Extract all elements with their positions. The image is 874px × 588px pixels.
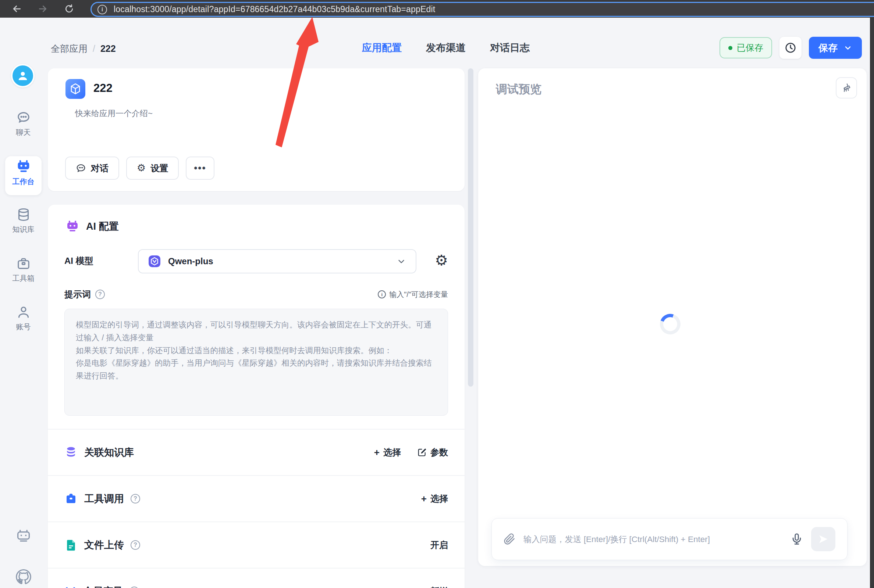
- tab-publish-channel[interactable]: 发布渠道: [426, 41, 466, 54]
- tool-call-icon: [65, 492, 78, 506]
- person-icon: [16, 304, 31, 320]
- app-info-card: 222 快来给应用一个介绍~ 对话 ⚙ 设置 •••: [48, 68, 465, 191]
- breadcrumb-root[interactable]: 全部应用: [51, 43, 87, 55]
- debug-preview-title: 调试预览: [496, 82, 542, 97]
- chat-input-bar[interactable]: 输入问题，发送 [Enter]/换行 [Ctrl(Alt/Shift) + En…: [492, 518, 847, 560]
- debug-preview-panel: 调试预览 输入问题，发送 [Enter]/换行 [Ctrl(Alt/Shift)…: [478, 68, 866, 566]
- help-icon[interactable]: ?: [129, 586, 139, 588]
- tab-chat-logs[interactable]: 对话日志: [490, 41, 530, 54]
- settings-button[interactable]: ⚙ 设置: [126, 156, 179, 180]
- sidebar-item-chat[interactable]: 聊天: [0, 110, 47, 138]
- prompt-variable-hint: i 输入"/"可选择变量: [378, 290, 448, 300]
- chat-button[interactable]: 对话: [65, 156, 119, 180]
- section-title: 文件上传: [84, 538, 124, 552]
- reload-icon: [64, 4, 74, 14]
- qwen-model-icon: [148, 255, 161, 267]
- prompt-hint-text: 输入"/"可选择变量: [389, 290, 448, 300]
- header-actions: 已保存 保存: [719, 37, 862, 59]
- sidebar-item-toolbox[interactable]: 工具箱: [0, 256, 47, 284]
- sidebar-item-label: 聊天: [16, 128, 31, 138]
- ai-config-header: AI 配置: [65, 219, 119, 233]
- ellipsis-icon: •••: [194, 162, 206, 174]
- sidebar-item-label: 账号: [16, 322, 31, 332]
- section-actions: + 选择: [421, 493, 448, 505]
- version-history-button[interactable]: [779, 37, 802, 59]
- breadcrumb-current: 222: [101, 44, 116, 54]
- model-select[interactable]: Qwen-plus: [138, 249, 417, 273]
- gear-icon: ⚙: [137, 163, 146, 173]
- site-info-icon[interactable]: i: [98, 5, 107, 14]
- select-tool-button[interactable]: + 选择: [421, 493, 448, 505]
- app-description[interactable]: 快来给应用一个介绍~: [75, 108, 153, 119]
- tool-call-section: 工具调用 ? + 选择: [48, 476, 465, 522]
- chat-button-label: 对话: [91, 162, 108, 174]
- browser-back-button[interactable]: [9, 2, 24, 16]
- section-title: 工具调用: [84, 492, 124, 506]
- more-actions-button[interactable]: •••: [186, 156, 214, 180]
- model-value: Qwen-plus: [168, 256, 389, 266]
- sidebar-item-workbench[interactable]: 工作台: [0, 159, 47, 187]
- prompt-row: 提示词 ? i 输入"/"可选择变量: [65, 288, 448, 300]
- clear-chat-button[interactable]: [836, 77, 857, 99]
- header-tabs: 应用配置 发布渠道 对话日志: [362, 41, 530, 54]
- section-header: 关联知识库: [65, 446, 134, 459]
- info-icon: i: [378, 290, 386, 298]
- help-icon[interactable]: ?: [131, 540, 140, 550]
- prompt-label-group: 提示词 ?: [65, 288, 105, 300]
- prompt-label: 提示词: [65, 288, 91, 300]
- variable-icon: (x): [65, 586, 77, 588]
- avatar[interactable]: [11, 64, 35, 87]
- select-knowledge-button[interactable]: + 选择: [374, 447, 401, 458]
- sidebar-item-knowledge[interactable]: 知识库: [0, 207, 47, 234]
- model-row: AI 模型 Qwen-plus ⚙: [65, 249, 448, 273]
- loading-spinner: [657, 310, 684, 338]
- saved-dot-icon: [728, 46, 733, 50]
- sidebar-item-label: 知识库: [12, 225, 35, 234]
- toolbox-icon: [16, 256, 31, 271]
- section-actions: 开启: [430, 539, 448, 551]
- help-icon[interactable]: ?: [95, 290, 105, 299]
- robot-icon: [16, 159, 31, 174]
- forward-arrow-icon: [37, 3, 48, 14]
- section-actions: + 选择 参数: [374, 447, 448, 458]
- address-bar[interactable]: i localhost:3000/app/detail?appId=678665…: [90, 2, 874, 17]
- params-label: 参数: [430, 447, 448, 458]
- sidebar-item-label: 工具箱: [12, 273, 35, 284]
- sidebar-github-link[interactable]: [0, 569, 47, 585]
- send-button[interactable]: [811, 527, 835, 551]
- sidebar-item-account[interactable]: 账号: [0, 304, 47, 332]
- file-upload-section: 文件上传 ? 开启: [48, 522, 465, 568]
- sidebar-bot-link[interactable]: [0, 528, 47, 544]
- ai-robot-icon: [65, 219, 80, 233]
- github-icon: [15, 569, 32, 585]
- tab-app-config[interactable]: 应用配置: [362, 41, 402, 54]
- browser-reload-button[interactable]: [62, 2, 77, 16]
- attachment-icon[interactable]: [504, 533, 515, 545]
- help-icon[interactable]: ?: [131, 494, 140, 504]
- send-icon: [818, 534, 829, 544]
- settings-button-label: 设置: [150, 162, 168, 174]
- model-settings-gear-icon[interactable]: ⚙: [435, 253, 448, 267]
- save-button[interactable]: 保存: [809, 37, 862, 59]
- browser-forward-button[interactable]: [35, 2, 50, 16]
- file-upload-state[interactable]: 开启: [430, 539, 448, 551]
- chat-input-placeholder[interactable]: 输入问题，发送 [Enter]/换行 [Ctrl(Alt/Shift) + En…: [523, 534, 782, 545]
- global-variables-section: (x) 全局变量 ? + 新增: [48, 568, 465, 588]
- app-title: 222: [93, 82, 113, 95]
- prompt-textarea[interactable]: 模型固定的引导词，通过调整该内容，可以引导模型聊天方向。该内容会被固定在上下文的…: [65, 309, 448, 416]
- breadcrumb-separator: /: [93, 44, 95, 54]
- add-label: 新增: [430, 585, 448, 588]
- url-text[interactable]: localhost:3000/app/detail?appId=6786654d…: [114, 4, 435, 14]
- section-title: 关联知识库: [84, 446, 134, 459]
- config-panel-scrollbar[interactable]: [468, 68, 474, 387]
- window-scrollbar-track[interactable]: [870, 18, 874, 588]
- section-header: 文件上传 ?: [65, 538, 140, 552]
- params-button[interactable]: 参数: [417, 447, 448, 458]
- section-header: (x) 全局变量 ?: [65, 585, 139, 588]
- microphone-icon[interactable]: [790, 533, 803, 545]
- back-arrow-icon: [11, 3, 23, 14]
- section-header: 工具调用 ?: [65, 492, 140, 506]
- select-label: 选择: [430, 493, 448, 505]
- add-variable-button[interactable]: + 新增: [421, 585, 448, 588]
- chevron-down-icon: [397, 256, 406, 266]
